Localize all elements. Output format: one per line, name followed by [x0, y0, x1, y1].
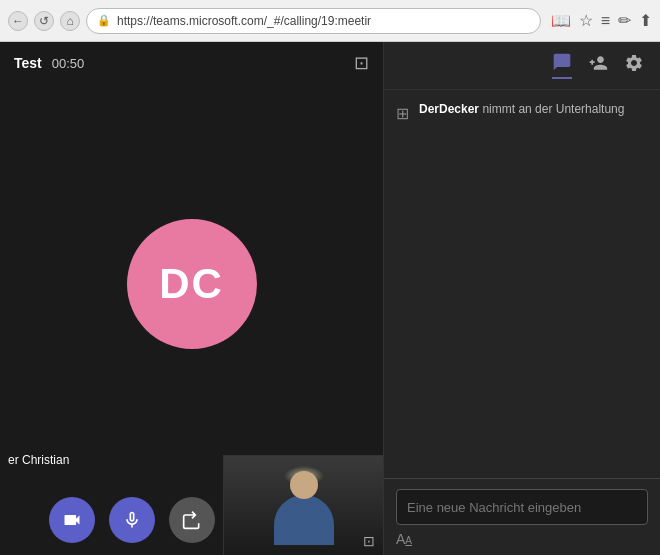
reader-view-icon[interactable]: 📖	[551, 11, 571, 30]
chat-input-toolbar: AA	[396, 525, 648, 547]
home-button[interactable]: ⌂	[60, 11, 80, 31]
chat-input-placeholder: Eine neue Nachricht eingeben	[407, 500, 581, 515]
collections-icon[interactable]: ≡	[601, 12, 610, 30]
chat-input-area: Eine neue Nachricht eingeben AA	[384, 478, 660, 555]
browser-action-buttons: 📖 ☆ ≡ ✏ ⬆	[551, 11, 652, 30]
participant-label: er Christian	[8, 453, 69, 467]
avatar-initials: DC	[159, 260, 224, 308]
settings-icon[interactable]	[624, 53, 644, 78]
call-panel: Test 00:50 ⊡ DC	[0, 42, 383, 555]
share-browser-icon[interactable]: ⬆	[639, 11, 652, 30]
chat-notification: ⊞ DerDecker nimmt an der Unterhaltung	[396, 102, 648, 123]
call-title: Test	[14, 55, 42, 71]
call-header: Test 00:50 ⊡	[0, 42, 383, 84]
lock-icon: 🔒	[97, 14, 111, 27]
annotate-icon[interactable]: ✏	[618, 11, 631, 30]
browser-nav-controls: ← ↺ ⌂	[8, 11, 80, 31]
person-head	[290, 471, 318, 499]
chat-panel: ⊞ DerDecker nimmt an der Unterhaltung Ei…	[383, 42, 660, 555]
expand-button[interactable]: ⊡	[354, 52, 369, 74]
browser-chrome: ← ↺ ⌂ 🔒 https://teams.microsoft.com/_#/c…	[0, 0, 660, 42]
mic-button[interactable]	[109, 497, 155, 543]
chat-content: ⊞ DerDecker nimmt an der Unterhaltung	[384, 90, 660, 478]
person-body	[274, 495, 334, 545]
person-silhouette	[269, 463, 339, 548]
self-view-video	[224, 456, 383, 555]
chat-input-box[interactable]: Eine neue Nachricht eingeben	[396, 489, 648, 525]
self-view-camera-icon[interactable]: ⊡	[363, 533, 375, 549]
self-view-thumbnail: ⊡	[223, 455, 383, 555]
video-button[interactable]	[49, 497, 95, 543]
reload-button[interactable]: ↺	[34, 11, 54, 31]
share-button[interactable]	[169, 497, 215, 543]
call-title-area: Test 00:50	[14, 55, 84, 71]
call-timer: 00:50	[52, 56, 85, 71]
bookmark-icon[interactable]: ☆	[579, 11, 593, 30]
address-bar[interactable]: 🔒 https://teams.microsoft.com/_#/calling…	[86, 8, 541, 34]
join-notification-icon: ⊞	[396, 104, 409, 123]
chat-tab-icon[interactable]	[552, 52, 572, 79]
avatar-area: DC	[0, 84, 383, 483]
teams-app: Test 00:50 ⊡ DC	[0, 42, 660, 555]
add-participant-icon[interactable]	[588, 53, 608, 78]
join-notification-text: DerDecker nimmt an der Unterhaltung	[419, 102, 624, 116]
url-text: https://teams.microsoft.com/_#/calling/1…	[117, 14, 371, 28]
avatar-circle: DC	[127, 219, 257, 349]
back-button[interactable]: ←	[8, 11, 28, 31]
chat-header	[384, 42, 660, 90]
format-text-icon[interactable]: AA	[396, 531, 412, 547]
